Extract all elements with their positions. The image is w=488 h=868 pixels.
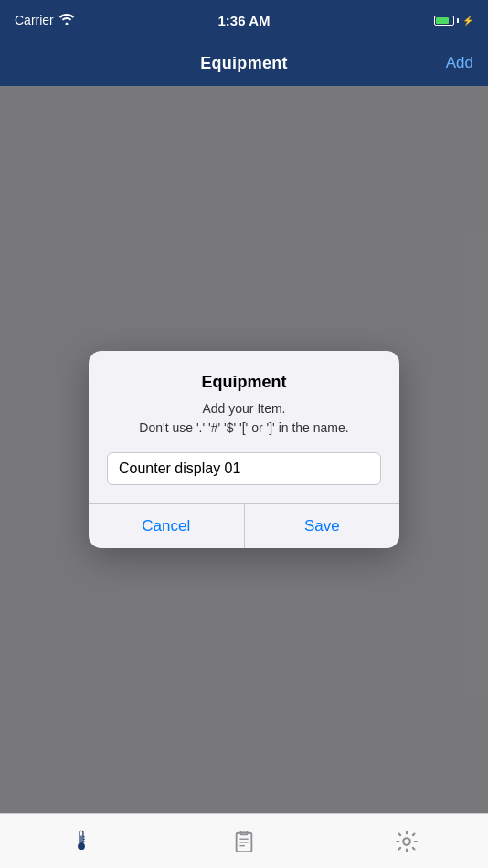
svg-point-11 xyxy=(403,838,410,845)
bolt-icon: ⚡ xyxy=(462,16,473,26)
dialog: Equipment Add your Item. Don't use '.' '… xyxy=(89,351,399,548)
battery-fill xyxy=(436,17,449,24)
tab-item-settings[interactable] xyxy=(325,830,488,853)
battery-body xyxy=(434,16,454,26)
svg-point-2 xyxy=(79,842,85,849)
cancel-button[interactable]: Cancel xyxy=(89,504,245,548)
nav-title: Equipment xyxy=(200,54,288,73)
battery-tip xyxy=(457,18,459,23)
tab-bar xyxy=(0,813,488,868)
battery-icon xyxy=(434,16,459,26)
status-bar: Carrier 1:36 AM ⚡ xyxy=(0,0,488,40)
item-name-input[interactable] xyxy=(119,460,369,477)
thermometer-icon xyxy=(69,830,93,853)
dialog-input-container xyxy=(107,452,381,485)
tab-item-thermometer[interactable] xyxy=(0,830,163,853)
main-content: Equipment Add your Item. Don't use '.' '… xyxy=(0,86,488,813)
clipboard-icon xyxy=(232,830,256,853)
dialog-title: Equipment xyxy=(107,373,381,392)
nav-bar: Equipment Add xyxy=(0,40,488,86)
dialog-message-line1: Add your Item. xyxy=(202,401,285,416)
save-button[interactable]: Save xyxy=(245,504,400,548)
wifi-icon xyxy=(59,13,74,27)
carrier-label: Carrier xyxy=(15,13,54,27)
dialog-message: Add your Item. Don't use '.' '#' '$' '['… xyxy=(107,399,381,438)
overlay: Equipment Add your Item. Don't use '.' '… xyxy=(0,86,488,813)
dialog-message-line2: Don't use '.' '#' '$' '[' or ']' in the … xyxy=(139,420,348,435)
gear-icon xyxy=(395,830,419,853)
tab-item-clipboard[interactable] xyxy=(163,830,325,853)
dialog-buttons: Cancel Save xyxy=(89,503,399,548)
add-button[interactable]: Add xyxy=(446,54,473,72)
status-left: Carrier xyxy=(15,13,74,27)
status-time: 1:36 AM xyxy=(218,13,271,28)
status-right: ⚡ xyxy=(434,16,473,26)
